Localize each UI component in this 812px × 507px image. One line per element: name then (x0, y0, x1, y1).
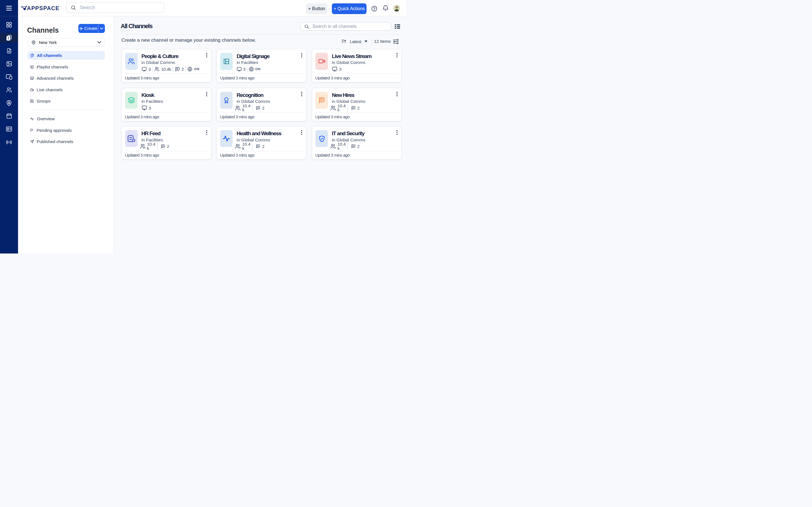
svg-text:APPSPACE: APPSPACE (27, 5, 59, 11)
